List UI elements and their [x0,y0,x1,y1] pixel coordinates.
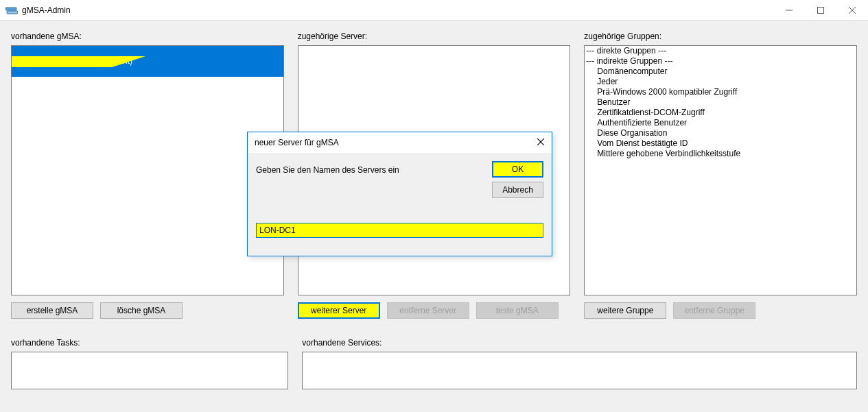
svg-rect-0 [5,8,16,10]
maximize-button[interactable] [805,0,836,21]
label-services: vorhandene Services: [302,338,857,348]
label-groups: zugehörige Gruppen: [584,32,857,41]
col-services: vorhandene Services: [302,338,857,389]
dialog-close-button[interactable] [534,135,548,149]
minimize-button[interactable] [773,0,805,21]
buttons-left: erstelle gMSA lösche gMSA [11,302,284,319]
delete-gmsa-button[interactable]: lösche gMSA [100,302,183,319]
dialog-ok-button[interactable]: OK [492,161,543,178]
close-button[interactable] [836,0,868,21]
buttons-mid: weiterer Server entferne Server teste gM… [298,302,571,319]
list-item[interactable]: Authentifizierte Benutzer [585,118,856,128]
dialog-titlebar: neuer Server für gMSA [248,132,552,153]
list-item[interactable]: Benutzer [585,97,856,108]
input-dialog: neuer Server für gMSA Geben Sie den Name… [247,132,552,256]
list-item[interactable]: Zertifikatdienst-DCOM-Zugriff [585,108,856,118]
svg-rect-1 [7,11,18,14]
col-tasks: vorhandene Tasks: [11,338,288,389]
window-title: gMSA-Admin [22,5,71,15]
buttons-right: weitere Gruppe entferne Gruppe [584,302,857,319]
add-group-button[interactable]: weitere Gruppe [584,302,666,319]
dialog-cancel-button[interactable]: Abbrech [492,182,543,198]
test-gmsa-button: teste gMSA [476,302,559,319]
titlebar: gMSA-Admin [0,0,868,21]
list-item[interactable]: Diese Organisation [585,128,856,138]
dialog-input-wrap [256,223,543,238]
listbox-tasks[interactable] [11,352,288,389]
list-item[interactable]: Domänencomputer [585,66,856,77]
remove-server-button: entferne Server [387,302,469,319]
list-item[interactable]: Jeder [585,77,856,87]
add-server-button[interactable]: weiterer Server [298,302,380,319]
listbox-groups[interactable]: --- direkte Gruppen ------ indirekte Gru… [584,45,857,295]
listbox-existing-gmsa[interactable]: gMSA-Test1 (Testaccount) [11,45,284,295]
dialog-buttons: OK Abbrech [492,161,543,198]
listbox-services[interactable] [302,352,857,389]
create-gmsa-button[interactable]: erstelle gMSA [11,302,93,319]
label-tasks: vorhandene Tasks: [11,338,288,348]
remove-group-button: entferne Gruppe [673,302,755,319]
svg-rect-3 [818,8,824,14]
list-item[interactable]: --- indirekte Gruppen --- [585,56,856,66]
col-groups: zugehörige Gruppen: --- direkte Gruppen … [584,32,857,319]
list-item[interactable]: --- direkte Gruppen --- [585,46,856,56]
list-item[interactable]: Prä-Windows 2000 kompatibler Zugriff [585,87,856,97]
dialog-input[interactable] [256,223,543,238]
window-controls [773,0,868,20]
bottom-row: vorhandene Tasks: vorhandene Services: [11,338,857,389]
label-existing-gmsa: vorhandene gMSA: [11,32,284,41]
list-item[interactable]: Vom Dienst bestätigte ID [585,138,856,149]
app-icon [5,6,18,14]
dialog-body: Geben Sie den Namen des Servers ein OK A… [248,153,552,256]
col-existing-gmsa: vorhandene gMSA: gMSA-Test1 (Testaccount… [11,32,284,319]
label-servers: zugehörige Server: [298,32,571,41]
list-item[interactable]: Mittlere gehobene Verbindlichkeitsstufe [585,149,856,159]
dialog-title: neuer Server für gMSA [255,138,339,147]
